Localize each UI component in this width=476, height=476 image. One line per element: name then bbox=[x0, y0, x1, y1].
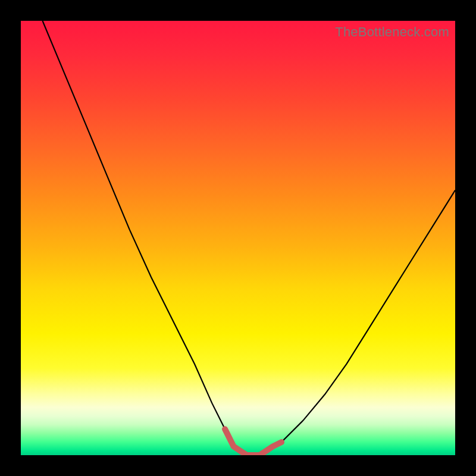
curve-main bbox=[43, 21, 456, 455]
plot-area: TheBottleneck.com bbox=[21, 21, 455, 455]
chart-frame: TheBottleneck.com bbox=[0, 0, 476, 476]
curve-highlight bbox=[225, 429, 281, 455]
chart-svg bbox=[21, 21, 455, 455]
